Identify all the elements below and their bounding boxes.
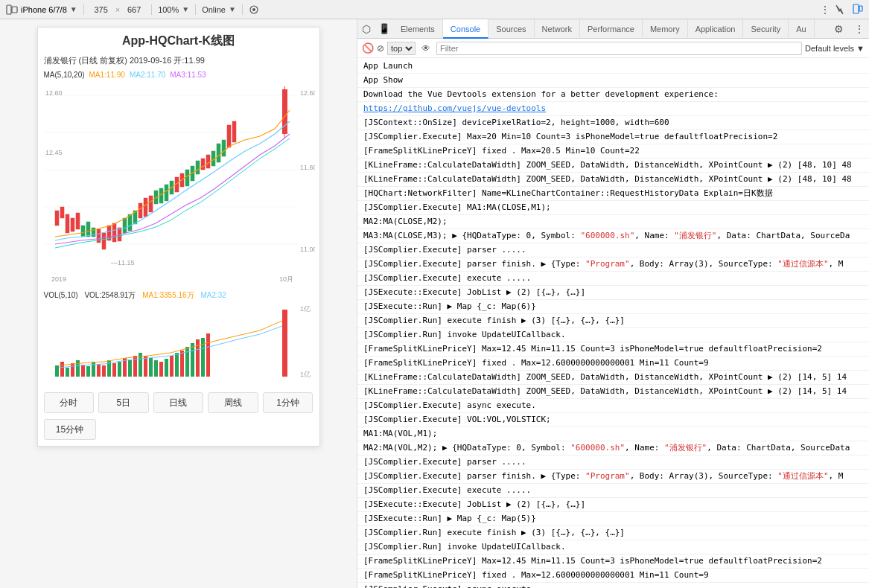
svg-rect-50 xyxy=(222,140,226,156)
console-output[interactable]: App LaunchApp ShowDownload the Vue Devto… xyxy=(357,58,869,588)
devtools-dots-icon[interactable]: ⋮ xyxy=(850,23,869,35)
devtools-inspect-icon[interactable]: ⬡ xyxy=(357,23,375,35)
console-clear-icon[interactable]: 🚫 xyxy=(362,42,374,54)
network-label[interactable]: Online xyxy=(202,5,226,14)
vol-ma2: MA2:32 xyxy=(200,291,226,299)
svg-text:11.00: 11.00 xyxy=(300,246,315,253)
svg-rect-5 xyxy=(859,6,862,11)
device-icon[interactable] xyxy=(851,4,863,16)
svg-rect-83 xyxy=(170,356,174,377)
vol-ma1: MA1:3355.16万 xyxy=(142,291,194,299)
btn-5day[interactable]: 5日 xyxy=(98,392,149,413)
console-line: [JSComplier.Execute] parser ..... xyxy=(357,243,869,258)
devtools-more-icon[interactable]: ⋮ xyxy=(820,4,830,16)
console-line: [JSComplier.Run] execute finish ▶ (3) [{… xyxy=(357,526,869,540)
console-line: MA2:MA(CLOSE,M2); xyxy=(357,215,869,229)
btn-1min[interactable]: 1分钟 xyxy=(263,392,313,413)
svg-text:1亿: 1亿 xyxy=(300,305,311,313)
tab-console[interactable]: Console xyxy=(443,19,488,39)
device-dropdown-icon[interactable]: ▼ xyxy=(70,5,77,13)
svg-text:12.60: 12.60 xyxy=(300,89,315,97)
svg-point-3 xyxy=(252,8,255,11)
devtools-tabs: ⬡ 📱 Elements Console Sources Network Per… xyxy=(357,19,869,39)
svg-rect-0 xyxy=(7,5,11,14)
console-line: [JSExecute::Execute] JobList ▶ (2) [{…},… xyxy=(357,498,869,512)
svg-rect-20 xyxy=(66,214,69,233)
svg-rect-24 xyxy=(86,222,90,237)
console-line: [JSComplier.Execute] parser ..... xyxy=(357,456,869,470)
capture-icon[interactable] xyxy=(249,4,259,15)
separator xyxy=(83,4,84,15)
k-line-chart[interactable]: 12.60 12.45 12.60 11.60 11.00 —11.15 xyxy=(44,80,315,289)
svg-rect-85 xyxy=(180,351,184,377)
console-no-filter-icon[interactable]: ⊘ xyxy=(377,43,384,54)
svg-rect-22 xyxy=(76,213,80,229)
svg-rect-46 xyxy=(201,159,205,170)
btn-weekly[interactable]: 周线 xyxy=(208,392,258,413)
zoom-label[interactable]: 100% xyxy=(158,5,179,14)
volume-chart[interactable]: 1亿 1亿 xyxy=(44,302,315,384)
svg-rect-75 xyxy=(128,360,132,377)
tab-memory[interactable]: Memory xyxy=(643,19,688,39)
tab-application[interactable]: Application xyxy=(688,19,744,39)
console-line: App Show xyxy=(357,74,869,88)
btn-15min[interactable]: 15分钟 xyxy=(44,419,96,440)
console-line: MA2:MA(VOL,M2); ▶ {HQDataType: 0, Symbol… xyxy=(357,441,869,456)
svg-text:12.60: 12.60 xyxy=(45,89,63,97)
console-level-selector[interactable]: Default levels ▼ xyxy=(805,44,865,53)
console-line: [JSComplier.Run] invoke UpdateUICallback… xyxy=(357,540,869,555)
svg-rect-87 xyxy=(191,343,194,377)
tab-performance[interactable]: Performance xyxy=(580,19,643,39)
network-dropdown-icon[interactable]: ▼ xyxy=(229,5,236,13)
console-line: [JSComplier.Execute] async execute. xyxy=(357,583,869,588)
svg-rect-45 xyxy=(196,161,200,174)
console-line: [JSContext::OnSize] devicePixelRatio=2, … xyxy=(357,116,869,130)
svg-rect-70 xyxy=(102,365,106,377)
device-toggle-icon[interactable] xyxy=(6,4,18,16)
console-line: MA1:MA(VOL,M1); xyxy=(357,427,869,441)
svg-rect-51 xyxy=(227,125,231,147)
console-line: [KLineFrame::CalculateDataWidth] ZOOM_SE… xyxy=(357,173,869,187)
btn-fenshi[interactable]: 分时 xyxy=(44,392,95,413)
svg-rect-90 xyxy=(206,333,210,377)
svg-rect-65 xyxy=(76,360,80,377)
svg-rect-82 xyxy=(165,359,168,377)
tab-elements[interactable]: Elements xyxy=(393,19,443,39)
console-filter-input[interactable] xyxy=(436,42,802,55)
ma-label: MA(5,10,20) xyxy=(44,71,85,79)
svg-text:10月: 10月 xyxy=(279,275,293,283)
console-line: [JSExecute::Run] ▶ Map {_c: Map(6)} xyxy=(357,300,869,314)
zoom-dropdown-icon[interactable]: ▼ xyxy=(182,5,189,13)
btn-daily[interactable]: 日线 xyxy=(153,392,204,413)
console-line: [JSComplier.Execute] execute ..... xyxy=(357,484,869,498)
inspect-icon[interactable] xyxy=(835,4,847,16)
console-line: [KLineFrame::CalculateDataWidth] ZOOM_SE… xyxy=(357,371,869,385)
separator3 xyxy=(195,4,196,15)
eye-icon[interactable]: 👁 xyxy=(418,43,433,54)
toolbar-left: iPhone 6/7/8 ▼ × 100% ▼ Online ▼ xyxy=(6,4,259,16)
tab-sources[interactable]: Sources xyxy=(488,19,534,39)
console-line: [JSExecute::Execute] JobList ▶ (2) [{…},… xyxy=(357,286,869,300)
device-selector[interactable]: iPhone 6/7/8 xyxy=(21,5,67,14)
svg-rect-61 xyxy=(55,365,59,377)
svg-rect-34 xyxy=(139,203,142,218)
svg-text:—11.15: —11.15 xyxy=(111,259,135,266)
height-input[interactable] xyxy=(123,5,145,14)
console-line: [FrameSplitKLinePriceY] fixed . Max=20.5… xyxy=(357,144,869,159)
console-line: https://github.com/vuejs/vue-devtools xyxy=(357,102,869,116)
console-line: [JSComplier.Execute] async execute. xyxy=(357,399,869,413)
devtools-settings-icon[interactable]: ⚙ xyxy=(828,23,850,35)
width-input[interactable] xyxy=(90,5,112,14)
context-selector[interactable]: top xyxy=(387,42,416,55)
console-line: App Launch xyxy=(357,60,869,74)
svg-rect-19 xyxy=(60,207,64,218)
devtools-device-icon[interactable]: 📱 xyxy=(375,23,393,34)
tab-au[interactable]: Au xyxy=(789,19,814,39)
tab-network[interactable]: Network xyxy=(535,19,580,39)
tab-security[interactable]: Security xyxy=(743,19,789,39)
svg-text:11.60: 11.60 xyxy=(300,164,315,171)
svg-rect-81 xyxy=(159,362,163,377)
svg-rect-18 xyxy=(55,211,59,226)
console-line: [FrameSplitKLinePriceY] Max=12.45 Min=11… xyxy=(357,342,869,357)
volume-chart-area: 1亿 1亿 xyxy=(38,302,319,386)
